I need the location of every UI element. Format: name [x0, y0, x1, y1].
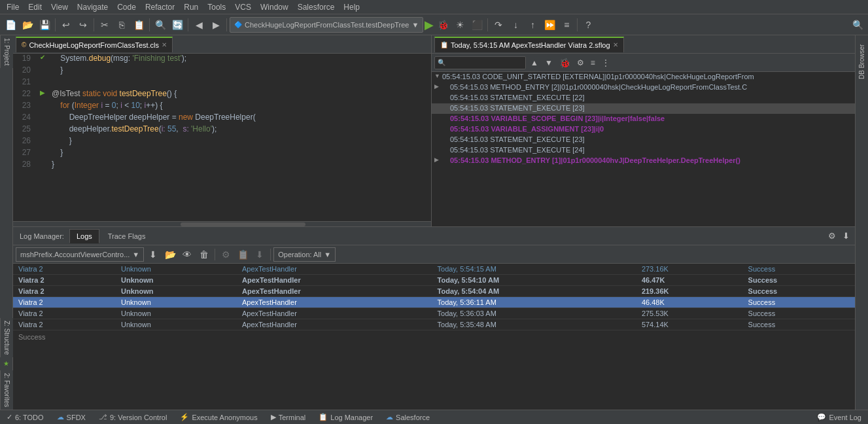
menu-vcs[interactable]: VCS [231, 1, 255, 13]
status-todo[interactable]: ✓ 6: TODO [3, 413, 48, 421]
menu-file[interactable]: File [3, 1, 23, 13]
log-nav-down-button[interactable]: ▼ [543, 57, 555, 69]
log-table-row-5[interactable]: Viatra 2 Unknown ApexTestHandler Today, … [13, 319, 855, 330]
favorites-panel-label[interactable]: 2: Favorites [0, 370, 13, 410]
undo-button[interactable]: ↩ [58, 17, 74, 33]
log-entry-9[interactable]: ▶ 05:54:15.03 METHOD_ENTRY [1]|01p1r0000… [432, 156, 855, 166]
log-align-button[interactable]: ⋮ [600, 57, 612, 69]
structure-panel-label[interactable]: Z: Structure [0, 318, 13, 357]
log-expand-1[interactable]: ▼ [434, 73, 442, 79]
status-git[interactable]: ⎇ 9: Version Control [95, 413, 171, 421]
menu-navigate[interactable]: Navigate [73, 1, 112, 13]
menu-code[interactable]: Code [113, 1, 140, 13]
log-content[interactable]: ▼ 05:54:15.03 CODE_UNIT_STARTED [EXTERNA… [432, 72, 855, 226]
log-nav-up-button[interactable]: ▲ [529, 57, 540, 69]
editor-row: © CheckHugeLogReportFromClassTest.cls ✕ … [13, 35, 855, 226]
menu-help[interactable]: Help [339, 1, 364, 13]
status-log-manager[interactable]: 📋 Log Manager [315, 413, 377, 421]
new-file-button[interactable]: 📄 [3, 17, 18, 33]
help-button[interactable]: ? [580, 17, 596, 33]
log-expand-2[interactable]: ▶ [434, 83, 442, 90]
log-table-row-2[interactable]: Viatra 2 Unknown ApexTestHandler Today, … [13, 286, 855, 297]
project-panel-label[interactable]: 1: Project [0, 35, 13, 68]
menu-edit[interactable]: Edit [24, 1, 46, 13]
prefix-dropdown[interactable]: mshPrefix.AccountViewerContro... ▼ [16, 247, 144, 262]
menu-run[interactable]: Run [180, 1, 202, 13]
menu-refactor[interactable]: Refactor [141, 1, 179, 13]
menu-window[interactable]: Window [256, 1, 292, 13]
log-tab[interactable]: 📋 Today, 5:54:15 AM ApexTestHandler Viat… [434, 37, 624, 52]
log-entry-6[interactable]: 05:54:15.03 VARIABLE_ASSIGNMENT [23]|i|0 [432, 124, 855, 135]
code-scrollbar[interactable] [13, 221, 431, 226]
log-entry-2[interactable]: ▶ 05:54:15.03 METHOD_ENTRY [2]|01p1r0000… [432, 82, 855, 93]
log-tab-close[interactable]: ✕ [613, 41, 618, 48]
cell-user-1: Viatra 2 [13, 275, 116, 286]
log-wrap-button[interactable]: ≡ [589, 57, 597, 69]
log-search-input[interactable] [447, 59, 523, 67]
status-terminal[interactable]: ▶ Terminal [267, 413, 310, 421]
hide-tab-button[interactable]: ⬇ [840, 230, 852, 242]
status-sfdx[interactable]: ☁ SFDX [53, 413, 90, 421]
cell-status-5: Success [743, 319, 855, 330]
cut-button[interactable]: ✂ [97, 17, 113, 33]
copy-button[interactable]: ⎘ [114, 17, 130, 33]
redo-button[interactable]: ↪ [75, 17, 91, 33]
log-entry-8[interactable]: 05:54:15.03 STATEMENT_EXECUTE [24] [432, 145, 855, 156]
trace-flags-tab[interactable]: Trace Flags [101, 229, 153, 243]
lm-action-1-button[interactable]: ⚙ [218, 247, 234, 262]
open-log-button[interactable]: 📂 [162, 247, 178, 262]
log-search-box[interactable]: 🔍 [434, 56, 526, 69]
coverage-button[interactable]: ☀ [452, 17, 468, 33]
eye-log-button[interactable]: 👁 [179, 247, 195, 262]
run-button[interactable]: ▶ [425, 18, 434, 32]
back-button[interactable]: ◀ [191, 17, 207, 33]
step-out-button[interactable]: ↑ [525, 17, 540, 33]
lm-action-3-button[interactable]: ⬇ [252, 247, 268, 262]
settings-tab-button[interactable]: ⚙ [825, 230, 839, 242]
status-event-log[interactable]: 💬 Event Log [813, 413, 865, 421]
stop-button[interactable]: ⬛ [469, 17, 485, 33]
log-table-row-3[interactable]: Viatra 2 Unknown ApexTestHandler Today, … [13, 297, 855, 308]
line-content-23: for (Integer i = 0; i < 10; i++) { [49, 101, 431, 110]
step-into-button[interactable]: ↓ [508, 17, 523, 33]
delete-log-button[interactable]: 🗑 [196, 247, 212, 262]
search-button[interactable]: 🔍 [152, 17, 168, 33]
status-execute[interactable]: ⚡ Execute Anonymous [176, 413, 261, 421]
log-entry-3[interactable]: 05:54:15.03 STATEMENT_EXECUTE [22] [432, 93, 855, 103]
run-config-dropdown[interactable]: 🔷 CheckHugeLogReportFromClassTest.testDe… [230, 17, 423, 33]
status-salesforce[interactable]: ☁ Salesforce [382, 413, 434, 421]
global-search-button[interactable]: 🔍 [850, 17, 865, 33]
logs-tab[interactable]: Logs [69, 229, 99, 243]
operation-dropdown[interactable]: Operation: All ▼ [273, 247, 336, 262]
log-table-header-row[interactable]: Viatra 2 Unknown ApexTestHandler Today, … [13, 264, 855, 275]
log-table-row-1[interactable]: Viatra 2 Unknown ApexTestHandler Today, … [13, 275, 855, 286]
open-file-button[interactable]: 📂 [20, 17, 35, 33]
menu-salesforce[interactable]: Salesforce [294, 1, 339, 13]
code-content[interactable]: 19 ✔ System.debug(msg: 'Finishing test')… [13, 54, 431, 221]
replace-button[interactable]: 🔄 [169, 17, 185, 33]
log-entry-1[interactable]: ▼ 05:54:15.03 CODE_UNIT_STARTED [EXTERNA… [432, 72, 855, 82]
log-expand-9[interactable]: ▶ [434, 156, 442, 163]
save-button[interactable]: 💾 [37, 17, 52, 33]
log-entry-5[interactable]: 05:54:15.03 VARIABLE_SCOPE_BEGIN [23]|i|… [432, 114, 855, 124]
separator-6 [487, 18, 488, 31]
log-filter-button[interactable]: 🐞 [557, 56, 572, 69]
resume-button[interactable]: ⏩ [542, 17, 557, 33]
code-tab-close[interactable]: ✕ [162, 41, 167, 48]
lm-action-2-button[interactable]: 📋 [235, 247, 251, 262]
step-over-button[interactable]: ↷ [491, 17, 506, 33]
log-table-row-4[interactable]: Viatra 2 Unknown ApexTestHandler Today, … [13, 308, 855, 319]
debug-button[interactable]: 🐞 [435, 17, 451, 33]
log-table-container[interactable]: Viatra 2 Unknown ApexTestHandler Today, … [13, 264, 855, 410]
evaluate-button[interactable]: ≡ [559, 17, 574, 33]
download-log-button[interactable]: ⬇ [145, 247, 161, 262]
log-entry-7[interactable]: 05:54:15.03 STATEMENT_EXECUTE [23] [432, 135, 855, 145]
menu-view[interactable]: View [47, 1, 72, 13]
forward-button[interactable]: ▶ [208, 17, 224, 33]
log-entry-4[interactable]: 05:54:15.03 STATEMENT_EXECUTE [23] [432, 103, 855, 114]
menu-tools[interactable]: Tools [203, 1, 230, 13]
log-settings-button[interactable]: ⚙ [575, 57, 586, 69]
code-tab[interactable]: © CheckHugeLogReportFromClassTest.cls ✕ [16, 37, 173, 52]
db-browser-label[interactable]: DB Browser [856, 35, 868, 88]
paste-button[interactable]: 📋 [131, 17, 147, 33]
